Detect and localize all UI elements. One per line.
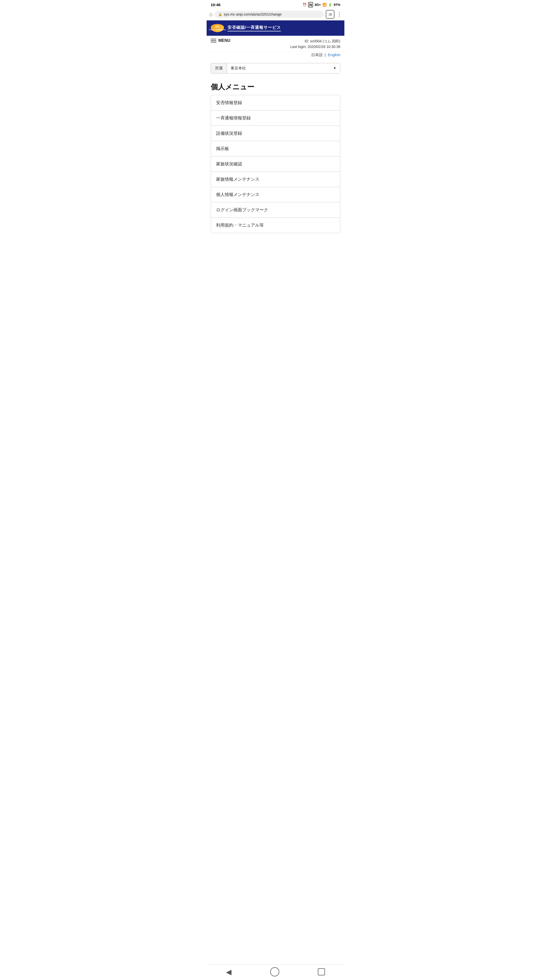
dept-label: 所属	[211, 63, 227, 73]
signal-bars-icon: 📶	[322, 3, 327, 6]
app-header: NTT Communications 安否確認/一斉通報サービス	[206, 21, 345, 36]
lang-ja[interactable]: 日本語	[311, 52, 323, 57]
ntt-comm-subtext: Communications	[209, 28, 226, 31]
hamburger-icon	[211, 39, 216, 42]
user-id: ID: sc0004 (コム 四郎)	[290, 38, 340, 44]
home-icon[interactable]: ⌂	[209, 11, 213, 18]
lock-icon: 🔒	[218, 13, 222, 16]
url-bar[interactable]: 🔒 sys.mc-anpi.com/ais/ac0201/change	[214, 11, 324, 18]
department-selector[interactable]: 所属 東京本社 ▼	[211, 63, 340, 73]
browser-bar: ⌂ 🔒 sys.mc-anpi.com/ais/ac0201/change :D…	[206, 8, 345, 21]
time: 10:46	[211, 3, 221, 7]
menu-item[interactable]: 掲示板	[211, 141, 340, 156]
last-login: Last login: 2020/02/28 10:30:38	[290, 44, 340, 49]
status-icons: ⏰ N 4G+ 📶 🔋 97%	[303, 2, 340, 7]
ntt-logo: NTT Communications	[211, 24, 224, 32]
menu-list: 安否情報登録一斉通報情報登録設備状況登録掲示板家族状況確認家族情報メンテナンス個…	[211, 95, 340, 233]
lang-en[interactable]: English	[328, 52, 340, 57]
chevron-down-icon: ▼	[333, 66, 337, 70]
more-menu-button[interactable]: ⋮	[337, 11, 342, 18]
emoji-button[interactable]: :D	[326, 10, 334, 19]
menu-item[interactable]: 一斉通報情報登録	[211, 110, 340, 126]
language-switch: 日本語 | English	[206, 52, 345, 59]
section-title: 個人メニュー	[206, 77, 345, 95]
status-bar: 10:46 ⏰ N 4G+ 📶 🔋 97%	[206, 0, 345, 8]
menu-button[interactable]: MENU	[211, 38, 230, 43]
menu-item[interactable]: 安否情報登録	[211, 95, 340, 110]
dept-select-value[interactable]: 東京本社 ▼	[227, 63, 340, 73]
url-text: sys.mc-anpi.com/ais/ac0201/change	[224, 12, 281, 16]
nav-bar: MENU ID: sc0004 (コム 四郎) Last login: 2020…	[206, 36, 345, 52]
battery-level: 97%	[333, 3, 340, 6]
menu-item[interactable]: 家族情報メンテナンス	[211, 172, 340, 187]
menu-item[interactable]: 設備状況登録	[211, 126, 340, 141]
lang-separator: |	[325, 52, 326, 57]
menu-item[interactable]: 利用規約・マニュアル等	[211, 218, 340, 233]
dept-value-text: 東京本社	[230, 66, 246, 71]
battery-icon: 🔋	[328, 3, 332, 6]
menu-item[interactable]: 家族状況確認	[211, 156, 340, 172]
nfc-icon: N	[308, 2, 313, 7]
signal-icon: 4G+	[314, 3, 321, 6]
menu-item[interactable]: ログイン画面ブックマーク	[211, 202, 340, 218]
menu-item[interactable]: 個人情報メンテナンス	[211, 187, 340, 202]
ntt-logo-text: NTT	[209, 25, 226, 28]
menu-label: MENU	[218, 38, 230, 43]
service-title: 安否確認/一斉通報サービス	[227, 25, 281, 32]
ntt-oval: NTT Communications	[211, 24, 224, 32]
alarm-icon: ⏰	[303, 3, 306, 6]
user-info: ID: sc0004 (コム 四郎) Last login: 2020/02/2…	[290, 38, 340, 50]
